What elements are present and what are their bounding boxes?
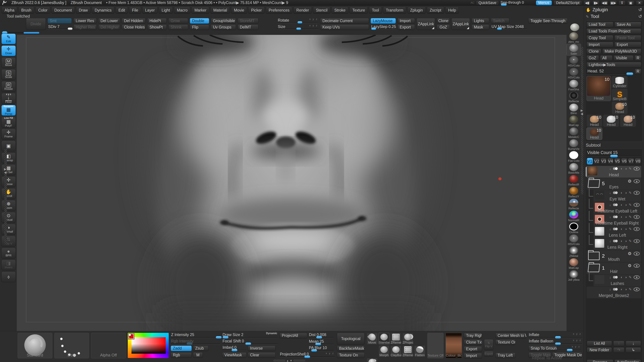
restore-window-icon[interactable]: ▣ [627, 0, 634, 5]
subtool-row[interactable]: ↓ ◐ ◑ ✎ Lens Left [594, 226, 641, 238]
left-toolbar-button[interactable]: Zoom [1, 200, 16, 211]
unlabeled-xyz-slider[interactable]: x y z [558, 346, 581, 351]
view-tab[interactable]: V1 [587, 158, 593, 165]
uv-groups-button[interactable]: Uv Groups [211, 24, 236, 30]
link-arrow-icon[interactable]: ↓ [609, 227, 611, 231]
material-item[interactable]: BumpVie [566, 139, 581, 151]
size-slider[interactable]: Size x y z [277, 24, 319, 30]
material-item[interactable]: HSVColo [566, 234, 581, 246]
zsub-button[interactable]: Zsub [193, 346, 208, 351]
quick-brush-thumbnail[interactable]: Inflat [366, 358, 378, 362]
left-toolbar-button[interactable]: BPR [1, 248, 16, 258]
visibility-eye-icon[interactable] [634, 227, 640, 231]
left-toolbar-button[interactable]: Line Fill PolyF [1, 117, 16, 128]
material-item[interactable]: ReflectR [566, 175, 581, 187]
goz-visible-button[interactable]: Visible [614, 55, 634, 61]
subtool-row[interactable]: ↓ ◐ ◑ ✎ Realtime Eyeball [594, 214, 641, 226]
m-button[interactable]: M [193, 352, 203, 358]
tool-thumbnail[interactable]: 10 Head [586, 128, 602, 140]
import-tool-button[interactable]: Import [586, 42, 613, 47]
menu-item[interactable]: Texture [350, 7, 368, 14]
left-toolbar-button[interactable]: Move [1, 57, 16, 68]
tool-thumbnail[interactable]: 10 Head [612, 102, 628, 114]
subtool-row[interactable]: 2 ↓ ◐ ◑ ✎ [586, 250, 641, 263]
paint-brush-icon[interactable]: ✎ [629, 215, 632, 219]
paint-brush-icon[interactable]: ✎ [629, 275, 632, 279]
toggle-see-through-button[interactable]: Toggle See-Through [528, 18, 568, 24]
uv-map-size-slider[interactable]: UV Map Size 2048 [491, 24, 526, 30]
subtool-header[interactable]: Subtool [585, 142, 643, 148]
visible-count-slider[interactable]: Visible Count 15 [587, 150, 641, 157]
keep-uvs-button[interactable]: Keep UVs [320, 24, 369, 30]
del-higher-button[interactable]: Del Higher [98, 24, 120, 30]
color-picker[interactable] [128, 333, 169, 358]
z-intensity-slider[interactable]: Z Intensity 25 [171, 333, 220, 338]
active-tool-thumbnail[interactable]: 10 Head [586, 76, 611, 101]
shift-right-icon-button[interactable]: ↷ [613, 347, 624, 353]
inflate-slider[interactable]: Inflate x y z [528, 333, 582, 338]
zadd-button[interactable]: Zadd [171, 346, 192, 351]
contrast-icon[interactable]: ◑ [625, 275, 627, 279]
right-tray-drag-strip[interactable] [581, 47, 584, 194]
imbed-slider[interactable]: Imbed 0 [222, 346, 246, 351]
material-item[interactable]: ReflectY [566, 187, 581, 198]
make-polymesh3d-button[interactable]: Make PolyMesh3D [602, 49, 641, 54]
mask-button[interactable]: Mask [472, 24, 489, 30]
link-arrow-icon[interactable]: ↓ [609, 191, 611, 195]
divider-up-arrow-icon[interactable]: ▲ [286, 359, 289, 362]
tool-thumbnail[interactable]: 10 Head [603, 115, 619, 127]
contrast-icon[interactable]: ◑ [625, 239, 627, 243]
polypaint-icon[interactable] [613, 203, 619, 206]
menu-item[interactable]: Edit [116, 7, 128, 14]
polypaint-icon[interactable] [613, 167, 619, 170]
clear-button[interactable]: Clear [248, 352, 276, 358]
tool-thumbnail[interactable]: Cylinder [612, 76, 628, 88]
material-item[interactable]: Flat Colo [566, 151, 581, 163]
left-tray-drag-strip[interactable] [4, 149, 7, 245]
left-tray-collapse-arrows[interactable]: ▶◀ [4, 168, 6, 174]
view-tab[interactable]: V5 [614, 158, 620, 165]
hidept-button[interactable]: HidePt [147, 18, 167, 24]
right-tray-collapse-arrows[interactable]: ▶◀ [580, 109, 583, 115]
zapplink-projection-button[interactable]: ZAppLink [452, 18, 470, 30]
see-through-slider[interactable]: See-through 0 [500, 0, 534, 5]
bottom-tray-divider[interactable]: ▲ ▼ [273, 359, 305, 362]
close-icon[interactable]: ✕ [636, 0, 643, 5]
link-arrow-icon[interactable]: ↓ [609, 167, 611, 171]
left-toolbar-button[interactable]: Flip V [1, 236, 16, 247]
flip-v-button[interactable]: ⇅ Flip V [484, 339, 494, 350]
tray-right-button[interactable]: Tray Right [464, 333, 482, 338]
tool-thumbnail[interactable]: 10 Head [620, 115, 636, 127]
export-button[interactable]: Export [398, 24, 415, 30]
backfacemask-button[interactable]: BackfaceMask [337, 346, 364, 351]
menu-item[interactable]: Preferences [266, 7, 292, 14]
view-tab[interactable]: V4 [608, 158, 614, 165]
tool-thumbnail[interactable]: 10 Head [586, 115, 602, 127]
material-item[interactable]: ZMetal [566, 246, 581, 258]
material-item[interactable]: Reflecte [566, 198, 581, 210]
menu-item[interactable]: Zplugin [407, 7, 426, 14]
menu-item[interactable]: Draw [76, 7, 91, 14]
save-as-button[interactable]: Save As [614, 22, 641, 27]
refresh-icon[interactable] [638, 7, 642, 12]
nest-down-icon-button[interactable]: ↳ [626, 347, 641, 353]
subtool-row[interactable]: ↓ ◐ ◑ ✎ Merged_Brows2 [586, 287, 641, 299]
list-all-button[interactable]: List All [587, 341, 612, 346]
saturation-value-square[interactable] [132, 337, 166, 354]
polypaint-icon[interactable] [613, 240, 619, 242]
link-arrow-icon[interactable]: ↓ [609, 287, 611, 291]
topological-button[interactable]: Topological [337, 333, 364, 345]
rotate-slider[interactable]: Rotate x y z [277, 18, 319, 24]
paint-brush-icon[interactable]: ✎ [629, 167, 632, 171]
lights-button[interactable]: Lights [472, 18, 489, 24]
tray-left-button[interactable]: Tray Left [496, 353, 516, 358]
left-toolbar-button[interactable]: Scale [1, 69, 16, 80]
tool-thumbnail[interactable]: SimpleB [612, 89, 628, 101]
visibility-eye-icon[interactable] [634, 167, 640, 171]
left-tray-toggle-icon[interactable]: ◀▮ [584, 0, 591, 5]
export-tool-button[interactable]: Export [614, 42, 641, 47]
center-mesh-to-world-button[interactable]: Center Mesh to World [496, 333, 526, 338]
goz-tool-button[interactable]: GoZ [586, 55, 599, 61]
menu-item[interactable]: Material [210, 7, 230, 14]
gear-icon[interactable] [628, 179, 632, 184]
